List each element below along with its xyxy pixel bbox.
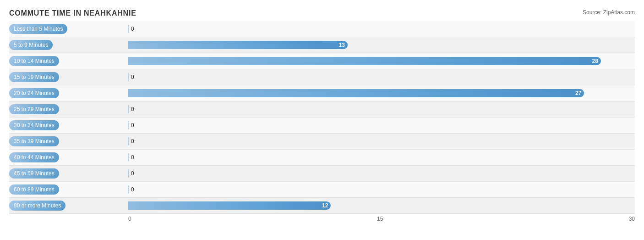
bar-fill-zero (128, 153, 129, 162)
bar-label-area: 35 to 39 Minutes (9, 136, 128, 146)
chart-container: COMMUTE TIME IN NEAHKAHNIE Source: ZipAt… (0, 5, 644, 240)
bar-fill-zero (128, 137, 129, 145)
bar-label-area: 30 to 34 Minutes (9, 120, 128, 130)
bar-value-outside: 0 (131, 122, 134, 128)
bar-label-pill: 5 to 9 Minutes (9, 40, 53, 50)
bar-row: 35 to 39 Minutes0 (9, 134, 635, 150)
bar-row: 10 to 14 Minutes28 (9, 53, 635, 69)
bar-label-area: 90 or more Minutes (9, 201, 128, 211)
bar-fill-zero (128, 73, 129, 81)
bar-track: 0 (128, 73, 635, 82)
bar-fill-zero (128, 25, 129, 33)
bar-fill-zero (128, 169, 129, 178)
bar-label-area: 10 to 14 Minutes (9, 56, 128, 66)
bar-label-area: 15 to 19 Minutes (9, 72, 128, 82)
bar-label-pill: 60 to 89 Minutes (9, 184, 59, 195)
bar-fill: 12 (128, 201, 331, 210)
bar-section: 0 (128, 134, 635, 149)
bar-label-pill: 30 to 34 Minutes (9, 120, 59, 130)
bar-label-pill: 90 or more Minutes (9, 201, 65, 211)
bar-value-outside: 0 (131, 26, 134, 32)
bar-row: Less than 5 Minutes0 (9, 21, 635, 37)
bar-section: 28 (128, 53, 635, 69)
bar-label-pill: 45 to 59 Minutes (9, 168, 59, 179)
bar-label-pill: 10 to 14 Minutes (9, 56, 59, 66)
bar-value-outside: 0 (131, 154, 134, 161)
bar-section: 0 (128, 21, 635, 37)
bar-track: 0 (128, 185, 635, 194)
bar-section: 0 (128, 166, 635, 181)
bar-value-outside: 0 (131, 170, 134, 177)
chart-area: Less than 5 Minutes05 to 9 Minutes1310 t… (9, 21, 635, 214)
source-text: Source: ZipAtlas.com (583, 9, 635, 16)
bar-label-pill: 35 to 39 Minutes (9, 136, 59, 146)
x-axis: 01530 (128, 216, 635, 222)
bar-track: 0 (128, 105, 635, 114)
bar-value-outside: 0 (131, 106, 134, 112)
bar-track: 13 (128, 40, 635, 50)
bar-value-inside: 13 (339, 42, 345, 48)
bar-label-area: 40 to 44 Minutes (9, 152, 128, 162)
bar-label-area: 25 to 29 Minutes (9, 104, 128, 114)
bar-label-area: 60 to 89 Minutes (9, 184, 128, 195)
bar-row: 25 to 29 Minutes0 (9, 101, 635, 117)
bar-section: 0 (128, 150, 635, 165)
bar-row: 30 to 34 Minutes0 (9, 117, 635, 134)
bar-track: 0 (128, 153, 635, 162)
bar-fill-zero (128, 185, 129, 194)
bar-value-outside: 0 (131, 74, 134, 80)
bar-value-inside: 12 (322, 202, 328, 209)
bar-track: 27 (128, 89, 635, 98)
x-axis-label: 30 (629, 216, 635, 222)
bar-row: 60 to 89 Minutes0 (9, 182, 635, 198)
bar-row: 40 to 44 Minutes0 (9, 150, 635, 166)
bar-section: 0 (128, 101, 635, 117)
bar-row: 5 to 9 Minutes13 (9, 37, 635, 53)
x-axis-labels: 01530 (128, 216, 635, 222)
bar-section: 12 (128, 198, 635, 213)
bar-fill-zero (128, 105, 129, 113)
bar-track: 0 (128, 24, 635, 33)
bar-track: 0 (128, 137, 635, 146)
bar-value-outside: 0 (131, 138, 134, 145)
x-axis-label: 0 (128, 216, 131, 222)
bar-label-pill: Less than 5 Minutes (9, 24, 67, 34)
bar-row: 45 to 59 Minutes0 (9, 166, 635, 182)
bar-label-area: Less than 5 Minutes (9, 24, 128, 34)
bar-label-pill: 20 to 24 Minutes (9, 88, 59, 98)
bar-section: 0 (128, 69, 635, 85)
bar-row: 15 to 19 Minutes0 (9, 69, 635, 85)
bar-section: 27 (128, 85, 635, 101)
bar-label-pill: 40 to 44 Minutes (9, 152, 59, 162)
bar-value-inside: 28 (592, 58, 598, 64)
bar-row: 90 or more Minutes12 (9, 198, 635, 214)
bar-label-area: 45 to 59 Minutes (9, 168, 128, 179)
bar-value-inside: 27 (575, 90, 581, 96)
bar-section: 0 (128, 182, 635, 197)
bar-fill: 27 (128, 89, 584, 97)
bar-fill-zero (128, 121, 129, 129)
bar-track: 12 (128, 201, 635, 210)
bar-label-pill: 25 to 29 Minutes (9, 104, 59, 114)
bar-value-outside: 0 (131, 186, 134, 193)
bar-track: 0 (128, 121, 635, 130)
bar-label-area: 20 to 24 Minutes (9, 88, 128, 98)
x-axis-label: 15 (377, 216, 383, 222)
bar-track: 0 (128, 169, 635, 178)
bar-label-area: 5 to 9 Minutes (9, 40, 128, 50)
bar-section: 0 (128, 117, 635, 133)
bar-section: 13 (128, 37, 635, 53)
bar-fill: 13 (128, 41, 348, 49)
chart-title: COMMUTE TIME IN NEAHKAHNIE (9, 9, 635, 17)
bar-row: 20 to 24 Minutes27 (9, 85, 635, 101)
bar-track: 28 (128, 56, 635, 66)
bar-label-pill: 15 to 19 Minutes (9, 72, 59, 82)
bar-fill: 28 (128, 57, 601, 65)
